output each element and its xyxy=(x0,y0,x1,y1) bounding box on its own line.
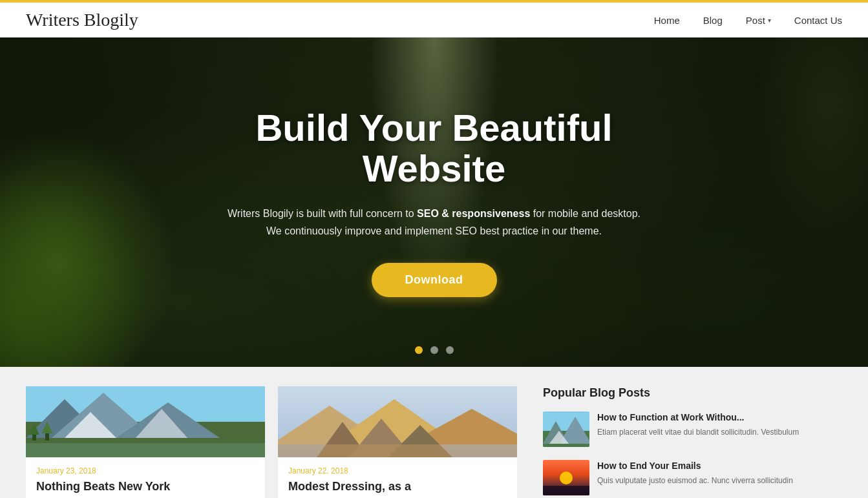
post-card-2: January 22, 2018 Modest Dressing, as a xyxy=(278,386,517,498)
hero-subtitle-bold: SEO & responsiveness xyxy=(417,208,530,219)
blog-grid: January 23, 2018 Nothing Beats New York xyxy=(26,386,842,498)
post-title-2[interactable]: Modest Dressing, as a xyxy=(288,479,507,494)
post-card-1-body: January 23, 2018 Nothing Beats New York xyxy=(26,457,265,498)
hero-subtitle: Writers Blogily is built with full conce… xyxy=(189,205,680,240)
post-date-1: January 23, 2018 xyxy=(36,466,255,475)
sidebar-item-2: How to End Your Emails Quis vulputate ju… xyxy=(543,460,842,495)
sidebar-item-1-content: How to Function at Work Withou... Etiam … xyxy=(597,411,799,438)
hero-tree-left xyxy=(0,109,194,367)
hero-title: Build Your Beautiful Website xyxy=(189,107,680,190)
hero-tree-right xyxy=(739,37,868,264)
nav-contact[interactable]: Contact Us xyxy=(794,15,842,26)
sidebar-item-1-title[interactable]: How to Function at Work Withou... xyxy=(597,411,799,423)
slider-dot-1[interactable] xyxy=(415,346,423,354)
sidebar-item-2-title[interactable]: How to End Your Emails xyxy=(597,460,793,472)
header: Writers Blogily Home Blog Post ▾ Contact… xyxy=(0,0,868,37)
sidebar-thumb-2 xyxy=(543,460,589,495)
chevron-down-icon: ▾ xyxy=(768,17,771,24)
slider-dot-2[interactable] xyxy=(430,346,438,354)
sidebar-item-1-excerpt: Etiam placerat velit vitae dui blandit s… xyxy=(597,426,799,438)
main-nav: Home Blog Post ▾ Contact Us xyxy=(654,15,842,26)
svg-rect-27 xyxy=(543,486,589,495)
sidebar: Popular Blog Posts How to Function at Wo… xyxy=(530,386,842,498)
hero-content: Build Your Beautiful Website Writers Blo… xyxy=(176,107,693,298)
download-button[interactable]: Download xyxy=(372,263,497,297)
sidebar-item-2-excerpt: Quis vulputate justo euismod ac. Nunc vi… xyxy=(597,475,793,486)
post-image-2 xyxy=(278,386,517,457)
post-date-2: January 22, 2018 xyxy=(288,466,507,475)
sidebar-thumb-1 xyxy=(543,411,589,447)
slider-dot-3[interactable] xyxy=(446,346,454,354)
post-card-1: January 23, 2018 Nothing Beats New York xyxy=(26,386,265,498)
post-title-1[interactable]: Nothing Beats New York xyxy=(36,479,255,494)
nav-home[interactable]: Home xyxy=(654,15,680,26)
nav-blog[interactable]: Blog xyxy=(703,15,723,26)
svg-point-26 xyxy=(560,472,573,484)
post-card-2-body: January 22, 2018 Modest Dressing, as a xyxy=(278,457,517,498)
post-image-1 xyxy=(26,386,265,457)
sidebar-item-2-content: How to End Your Emails Quis vulputate ju… xyxy=(597,460,793,486)
svg-rect-19 xyxy=(278,444,517,457)
svg-rect-11 xyxy=(26,443,265,457)
slider-dots xyxy=(415,346,454,354)
blog-section: January 23, 2018 Nothing Beats New York xyxy=(0,367,868,498)
hero-section: Build Your Beautiful Website Writers Blo… xyxy=(0,37,868,367)
nav-post[interactable]: Post ▾ xyxy=(746,15,771,26)
sidebar-item-1: How to Function at Work Withou... Etiam … xyxy=(543,411,842,447)
logo[interactable]: Writers Blogily xyxy=(26,10,138,30)
sidebar-title: Popular Blog Posts xyxy=(543,386,842,400)
